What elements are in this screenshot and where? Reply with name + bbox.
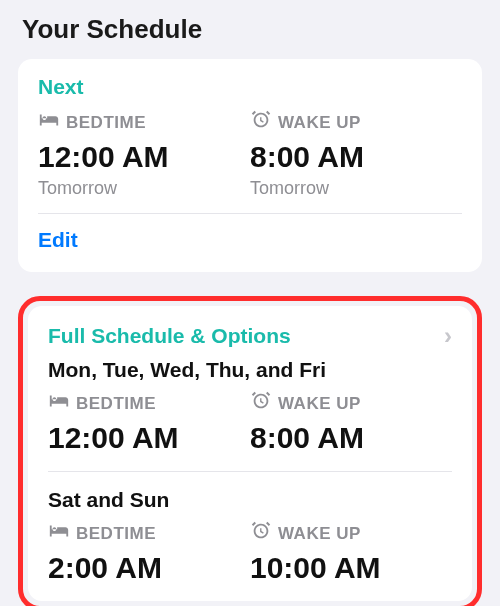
- schedule-wakeup-time: 10:00 AM: [250, 551, 452, 585]
- alarm-icon: [250, 390, 272, 417]
- schedule-days: Sat and Sun: [48, 488, 452, 512]
- schedule-block-1: Sat and Sun BEDTIME 2:00 AM: [48, 488, 452, 585]
- edit-button[interactable]: Edit: [38, 214, 462, 256]
- next-bedtime-col: BEDTIME 12:00 AM Tomorrow: [38, 109, 250, 199]
- next-wakeup-day: Tomorrow: [250, 178, 462, 199]
- schedule-bedtime-col: BEDTIME 12:00 AM: [48, 390, 250, 455]
- page-title: Your Schedule: [22, 14, 482, 45]
- schedule-wakeup-col: WAKE UP 8:00 AM: [250, 390, 452, 455]
- next-bedtime-day: Tomorrow: [38, 178, 250, 199]
- divider: [48, 471, 452, 472]
- full-schedule-heading: Full Schedule & Options: [48, 324, 291, 348]
- schedule-wakeup-time: 8:00 AM: [250, 421, 452, 455]
- full-schedule-link[interactable]: Full Schedule & Options ›: [48, 322, 452, 350]
- schedule-bedtime-label: BEDTIME: [76, 524, 156, 544]
- schedule-wakeup-label: WAKE UP: [278, 524, 361, 544]
- bed-icon: [38, 109, 60, 136]
- next-wakeup-label: WAKE UP: [278, 113, 361, 133]
- schedule-bedtime-col: BEDTIME 2:00 AM: [48, 520, 250, 585]
- schedule-wakeup-col: WAKE UP 10:00 AM: [250, 520, 452, 585]
- next-wakeup-col: WAKE UP 8:00 AM Tomorrow: [250, 109, 462, 199]
- chevron-right-icon: ›: [444, 322, 452, 350]
- schedule-days: Mon, Tue, Wed, Thu, and Fri: [48, 358, 452, 382]
- schedule-bedtime-label: BEDTIME: [76, 394, 156, 414]
- highlight-box: Full Schedule & Options › Mon, Tue, Wed,…: [18, 296, 482, 606]
- schedule-bedtime-time: 2:00 AM: [48, 551, 250, 585]
- next-heading: Next: [38, 75, 462, 99]
- next-bedtime-time: 12:00 AM: [38, 140, 250, 174]
- schedule-bedtime-time: 12:00 AM: [48, 421, 250, 455]
- alarm-icon: [250, 520, 272, 547]
- alarm-icon: [250, 109, 272, 136]
- full-schedule-card: Full Schedule & Options › Mon, Tue, Wed,…: [28, 306, 472, 601]
- bed-icon: [48, 390, 70, 417]
- bed-icon: [48, 520, 70, 547]
- next-bedtime-label: BEDTIME: [66, 113, 146, 133]
- next-wakeup-time: 8:00 AM: [250, 140, 462, 174]
- schedule-wakeup-label: WAKE UP: [278, 394, 361, 414]
- next-schedule-card: Next BEDTIME 12:00 AM Tomorrow WAKE UP 8…: [18, 59, 482, 272]
- schedule-block-0: Mon, Tue, Wed, Thu, and Fri BEDTIME 12:0…: [48, 358, 452, 455]
